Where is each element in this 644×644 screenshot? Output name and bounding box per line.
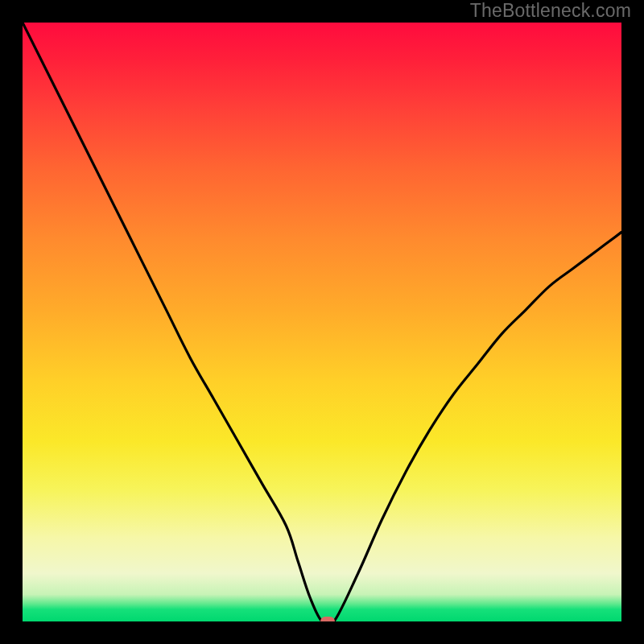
bottleneck-curve xyxy=(23,23,621,621)
plot-area xyxy=(23,23,621,621)
watermark-text: TheBottleneck.com xyxy=(470,0,631,22)
chart-canvas: TheBottleneck.com xyxy=(0,0,644,644)
optimum-marker xyxy=(320,617,335,621)
